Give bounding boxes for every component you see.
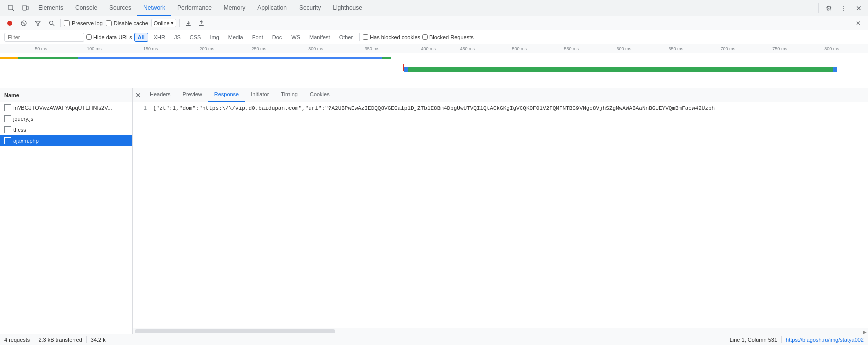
ruler-tick-450: 450 ms [460,46,475,51]
ruler-tick-600: 600 ms [616,46,631,51]
resource-size: 34.2 k [91,337,106,343]
tab-performance[interactable]: Performance [171,0,218,16]
ruler-tick-700: 700 ms [720,46,735,51]
file-item-2[interactable]: jquery.js [0,113,132,124]
filter-input[interactable] [4,33,84,42]
detail-tab-cookies[interactable]: Cookies [304,88,336,102]
toolbar-right-buttons [183,18,207,29]
export-icon[interactable] [196,18,207,29]
svg-line-1 [12,9,14,11]
inspect-element-icon[interactable] [4,1,18,15]
file-icon-1 [4,104,11,111]
tab-elements[interactable]: Elements [32,0,69,16]
network-throttle-select[interactable]: Online ▾ [151,19,176,27]
filter-bar: Hide data URLs All XHR JS CSS Img Media … [0,30,868,44]
tab-application[interactable]: Application [251,0,293,16]
transferred-size: 2.3 kB transferred [38,337,82,343]
tab-sources[interactable]: Sources [103,0,137,16]
toolbar-separator-2 [179,19,180,27]
response-content[interactable]: 1 {"zt":1,"dom":"https:\/\/vip.d0.baidup… [133,102,868,328]
dropdown-arrow-icon: ▾ [171,20,174,26]
filter-js-button[interactable]: JS [171,33,184,42]
horizontal-scrollbar[interactable] [135,329,335,333]
filter-all-button[interactable]: All [134,33,148,42]
detail-tab-headers[interactable]: Headers [144,88,177,102]
detail-tab-initiator[interactable]: Initiator [245,88,275,102]
preserve-log-label[interactable]: Preserve log [64,20,103,26]
filter-icon[interactable] [32,18,43,29]
detail-tab-response[interactable]: Response [208,88,245,102]
hide-data-urls-checkbox[interactable] [86,34,92,40]
detail-tab-timing[interactable]: Timing [275,88,304,102]
horizontal-scrollbar-area: ▶ [133,328,868,334]
request-count: 4 requests [4,337,30,343]
close-devtools-icon[interactable]: ✕ [852,1,866,15]
filter-ws-button[interactable]: WS [287,33,304,42]
filter-font-button[interactable]: Font [249,33,267,42]
filter-img-button[interactable]: Img [206,33,222,42]
ruler-tick-550: 550 ms [564,46,579,51]
file-item-1[interactable]: fn?BGJTOVwzAWAFYApqUTEHNIs2V... [0,102,132,113]
svg-rect-3 [26,6,28,10]
filter-manifest-button[interactable]: Manifest [306,33,334,42]
file-icon-3 [4,126,11,133]
has-blocked-cookies-checkbox[interactable] [363,34,368,40]
import-icon[interactable] [183,18,194,29]
filter-xhr-button[interactable]: XHR [150,33,169,42]
ruler-tick-350: 350 ms [365,46,380,51]
response-line-1: 1 {"zt":1,"dom":"https:\/\/vip.d0.baidup… [137,104,864,113]
devtools-right-icons: ⚙ ⋮ ✕ [816,1,868,15]
timeline-chart [0,53,868,87]
tab-security[interactable]: Security [293,0,327,16]
svg-line-6 [22,22,25,25]
status-sep-1 [34,336,34,343]
ruler-tick-500: 500 ms [512,46,527,51]
tab-console[interactable]: Console [69,0,103,16]
settings-icon[interactable]: ⚙ [822,1,836,15]
svg-rect-0 [8,5,12,9]
filter-other-button[interactable]: Other [336,33,357,42]
network-toolbar: Preserve log Disable cache Online ▾ ✕ [0,16,868,30]
tab-network[interactable]: Network [137,0,171,16]
file-item-4[interactable]: ajaxm.php [0,135,132,146]
divider [818,3,819,13]
disable-cache-checkbox[interactable] [106,20,112,26]
file-icon-4 [4,137,11,144]
top-tab-bar: Elements Console Sources Network Perform… [0,0,868,16]
svg-line-8 [53,24,55,26]
ruler-tick-300: 300 ms [308,46,323,51]
detail-tab-bar: ✕ Headers Preview Response Initiator Tim… [133,88,868,102]
filter-separator [359,33,360,41]
close-search-icon[interactable]: ✕ [853,18,864,29]
filter-css-button[interactable]: CSS [186,33,205,42]
timeline-area: 50 ms 100 ms 150 ms 200 ms 250 ms 300 ms… [0,44,868,88]
close-detail-button[interactable]: ✕ [133,90,144,101]
line-content-1: {"zt":1,"dom":"https:\/\/vip.d0.baidupan… [153,104,715,113]
search-icon[interactable] [46,18,57,29]
file-item-3[interactable]: tf.css [0,124,132,135]
blocked-requests-label[interactable]: Blocked Requests [422,34,474,40]
device-toolbar-icon[interactable] [18,1,32,15]
filter-doc-button[interactable]: Doc [269,33,286,42]
status-bar: 4 requests 2.3 kB transferred 34.2 k Lin… [0,334,868,345]
toolbar-separator-1 [60,19,61,27]
blocked-requests-checkbox[interactable] [422,34,428,40]
hide-data-urls-label[interactable]: Hide data URLs [86,34,132,40]
clear-button[interactable] [18,18,29,29]
tab-lighthouse[interactable]: Lighthouse [327,0,368,16]
preserve-log-checkbox[interactable] [64,20,70,26]
ruler-tick-200: 200 ms [200,46,215,51]
filter-media-button[interactable]: Media [225,33,247,42]
svg-rect-9 [186,25,191,26]
record-button[interactable] [4,18,15,29]
file-list-header: Name [0,88,132,102]
ruler-tick-800: 800 ms [824,46,839,51]
file-icon-2 [4,115,11,122]
tab-memory[interactable]: Memory [218,0,251,16]
svg-rect-2 [23,5,26,10]
ruler-tick-400: 400 ms [421,46,436,51]
has-blocked-cookies-label[interactable]: Has blocked cookies [363,34,420,40]
more-options-icon[interactable]: ⋮ [837,1,851,15]
disable-cache-label[interactable]: Disable cache [106,20,148,26]
detail-tab-preview[interactable]: Preview [177,88,208,102]
